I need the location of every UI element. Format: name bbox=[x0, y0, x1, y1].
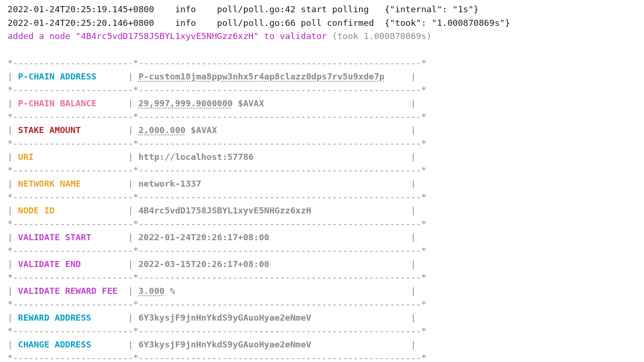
pipe: | bbox=[8, 98, 18, 108]
table-border: *-----------------------*---------------… bbox=[8, 217, 636, 231]
table-row: | P-CHAIN ADDRESS | P-custom18jma8ppw3nh… bbox=[8, 70, 636, 84]
table-row: | STAKE AMOUNT | 2,000.000 $AVAX | bbox=[8, 124, 636, 137]
log-level: info bbox=[175, 4, 196, 14]
pipe: | bbox=[128, 71, 138, 81]
row-value-suffix: $AVAX bbox=[233, 98, 264, 108]
table-row: | REWARD ADDRESS | 6Y3kysjF9jnHnYkdS9yGA… bbox=[8, 311, 636, 325]
row-value: 2,000.000 bbox=[138, 125, 185, 135]
row-value: 6Y3kysjF9jnHnYkdS9yGAuoHyae2eNmeV bbox=[138, 313, 311, 323]
table-border: *-----------------------*---------------… bbox=[8, 56, 636, 70]
pipe: | bbox=[8, 286, 18, 296]
row-value: network-1337 bbox=[138, 179, 201, 189]
row-label: NODE ID bbox=[18, 205, 55, 215]
added-node-line: added a node "4B4rc5vdD1758JSBYL1xyvE5NH… bbox=[8, 30, 636, 43]
row-label: P-CHAIN ADDRESS bbox=[18, 71, 96, 81]
table-row: | VALIDATE REWARD FEE | 3.000 % | bbox=[8, 284, 636, 298]
table-row: | P-CHAIN BALANCE | 29,997,999.9000000 $… bbox=[8, 97, 636, 110]
table-row: | NODE ID | 4B4rc5vdD1758JSBYL1xyvE5NHGz… bbox=[8, 204, 636, 218]
pipe: | bbox=[411, 232, 416, 242]
table-border: *-----------------------*---------------… bbox=[8, 137, 636, 150]
pipe: | bbox=[128, 232, 138, 242]
log-line: 2022-01-24T20:25:20.146+0800 info poll/p… bbox=[8, 16, 636, 30]
blank-line bbox=[8, 45, 13, 55]
row-label: VALIDATE END bbox=[18, 259, 81, 269]
table-border: *-----------------------*---------------… bbox=[8, 190, 636, 204]
log-src: poll/poll.go:42 bbox=[217, 4, 296, 14]
pipe: | bbox=[8, 71, 18, 81]
added-node-id: 4B4rc5vdD1758JSBYL1xyvE5NHGzz6xzH bbox=[81, 31, 254, 41]
added-node-took: (took 1.000870869s) bbox=[332, 31, 432, 41]
row-label: VALIDATE REWARD FEE bbox=[18, 286, 118, 296]
row-label: P-CHAIN BALANCE bbox=[18, 98, 96, 108]
terminal-output: 2022-01-24T20:25:19.145+0800 info poll/p… bbox=[0, 0, 644, 362]
log-src: poll/poll.go:66 bbox=[217, 18, 296, 28]
table-row: | VALIDATE END | 2022-03-15T20:26:17+08:… bbox=[8, 258, 636, 271]
table-border: *-----------------------*---------------… bbox=[8, 298, 636, 311]
pipe: | bbox=[8, 313, 18, 323]
pipe: | bbox=[8, 339, 18, 349]
row-value: 2022-03-15T20:26:17+08:00 bbox=[138, 259, 269, 269]
pipe: | bbox=[411, 125, 416, 135]
pipe: | bbox=[128, 98, 138, 108]
row-label: NETWORK NAME bbox=[18, 179, 81, 189]
row-value-suffix: $AVAX bbox=[186, 125, 217, 135]
row-value: http://localhost:57786 bbox=[138, 152, 253, 162]
added-node-middle: " to validator bbox=[254, 31, 332, 41]
row-label: REWARD ADDRESS bbox=[18, 313, 91, 323]
log-line: 2022-01-24T20:25:19.145+0800 info poll/p… bbox=[8, 3, 636, 16]
pipe: | bbox=[128, 259, 138, 269]
pipe: | bbox=[128, 179, 138, 189]
pipe: | bbox=[128, 205, 138, 215]
log-kv: {"took": "1.000870869s"} bbox=[385, 18, 510, 28]
pipe: | bbox=[8, 179, 18, 189]
added-node-prefix: added a node " bbox=[8, 31, 81, 41]
log-level: info bbox=[175, 18, 196, 28]
pipe: | bbox=[128, 152, 138, 162]
pipe: | bbox=[128, 313, 138, 323]
log-msg: poll confirmed bbox=[301, 18, 379, 28]
pipe: | bbox=[411, 152, 416, 162]
table-row: | URI | http://localhost:57786 | bbox=[8, 150, 636, 164]
pipe: | bbox=[128, 286, 138, 296]
table-border: *-----------------------*---------------… bbox=[8, 110, 636, 124]
row-label: CHANGE ADDRESS bbox=[18, 339, 91, 349]
log-ts: 2022-01-24T20:25:20.146+0800 bbox=[8, 18, 154, 28]
pipe: | bbox=[128, 125, 138, 135]
pipe: | bbox=[411, 259, 416, 269]
table-border: *-----------------------*---------------… bbox=[8, 351, 636, 362]
table-border: *-----------------------*---------------… bbox=[8, 324, 636, 338]
row-label: STAKE AMOUNT bbox=[18, 125, 81, 135]
pipe: | bbox=[411, 205, 416, 215]
table-row: | CHANGE ADDRESS | 6Y3kysjF9jnHnYkdS9yGA… bbox=[8, 338, 636, 352]
pipe: | bbox=[411, 179, 416, 189]
row-value: 6Y3kysjF9jnHnYkdS9yGAuoHyae2eNmeV bbox=[138, 339, 311, 349]
pipe: | bbox=[411, 71, 416, 81]
pipe: | bbox=[8, 125, 18, 135]
pipe: | bbox=[411, 286, 416, 296]
log-kv: {"internal": "1s"} bbox=[385, 4, 479, 14]
table-row: | NETWORK NAME | network-1337 | bbox=[8, 177, 636, 191]
pipe: | bbox=[128, 339, 138, 349]
pipe: | bbox=[411, 313, 416, 323]
table-border: *-----------------------*---------------… bbox=[8, 271, 636, 284]
table-border: *-----------------------*---------------… bbox=[8, 164, 636, 177]
table-border: *-----------------------*---------------… bbox=[8, 244, 636, 258]
row-value: 3.000 bbox=[138, 286, 165, 296]
pipe: | bbox=[8, 205, 18, 215]
log-ts: 2022-01-24T20:25:19.145+0800 bbox=[8, 4, 154, 14]
row-label: URI bbox=[18, 152, 33, 162]
pipe: | bbox=[8, 259, 18, 269]
pipe: | bbox=[8, 232, 18, 242]
table-row: | VALIDATE START | 2022-01-24T20:26:17+0… bbox=[8, 231, 636, 244]
row-value: 29,997,999.9000000 bbox=[138, 98, 232, 108]
row-label: VALIDATE START bbox=[18, 232, 91, 242]
row-value-suffix: % bbox=[165, 286, 175, 296]
row-value: 2022-01-24T20:26:17+08:00 bbox=[138, 232, 269, 242]
table-border: *-----------------------*---------------… bbox=[8, 83, 636, 97]
row-value: P-custom18jma8ppw3nhx5r4ap8clazz0dps7rv5… bbox=[138, 71, 384, 81]
pipe: | bbox=[8, 152, 18, 162]
pipe: | bbox=[411, 339, 416, 349]
row-value: 4B4rc5vdD1758JSBYL1xyvE5NHGzz6xzH bbox=[138, 205, 311, 215]
log-msg: start polling bbox=[301, 4, 379, 14]
pipe: | bbox=[411, 98, 416, 108]
